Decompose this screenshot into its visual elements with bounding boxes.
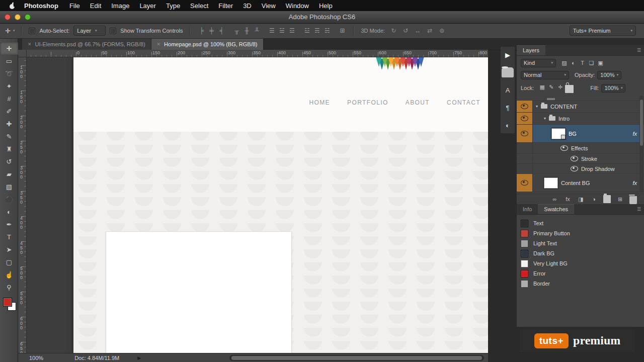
lasso-tool[interactable]: ➰ xyxy=(0,67,18,80)
move-tool[interactable]: ✛ xyxy=(0,42,18,55)
visibility-cell[interactable] xyxy=(517,154,533,163)
zoom-window-button[interactable] xyxy=(25,14,31,20)
adjustments-panel-icon[interactable]: ◐ xyxy=(502,120,514,130)
tab-layers[interactable]: Layers xyxy=(517,45,545,55)
gradient-tool[interactable]: ▧ xyxy=(0,180,18,193)
add-layer-mask-icon[interactable]: ◨ xyxy=(577,195,585,203)
scrollbar-thumb[interactable] xyxy=(231,356,482,360)
3d-drag-icon[interactable]: ↔ xyxy=(413,26,422,35)
menu-file[interactable]: File xyxy=(64,2,85,10)
close-window-button[interactable] xyxy=(5,14,11,20)
tab-swatches[interactable]: Swatches xyxy=(538,204,574,214)
layer-row-intro[interactable]: ▾Intro xyxy=(517,113,644,125)
tool-preset-arrow-icon[interactable]: ▾ xyxy=(13,29,15,33)
new-adjustment-layer-icon[interactable]: ◑ xyxy=(590,195,598,203)
eye-icon[interactable] xyxy=(521,116,528,121)
tab-close-icon[interactable]: ✕ xyxy=(157,42,161,47)
eye-icon[interactable] xyxy=(521,180,528,186)
history-brush-tool[interactable]: ↺ xyxy=(0,155,18,168)
hand-tool[interactable]: ☝ xyxy=(0,268,18,281)
3d-panel-icon[interactable] xyxy=(502,67,514,77)
3d-slide-icon[interactable]: ⇄ xyxy=(425,26,434,35)
status-flyout-arrow-icon[interactable]: ▶ xyxy=(137,355,141,360)
panel-menu-icon[interactable]: ☰ xyxy=(637,48,641,53)
document-viewport[interactable]: HOMEPORTFOLIOABOUTCONTACT xyxy=(26,57,488,353)
eye-icon[interactable] xyxy=(571,156,578,161)
visibility-cell[interactable] xyxy=(517,143,533,153)
distribute-left-icon[interactable]: ☳ xyxy=(302,26,311,35)
layer-thumbnail[interactable] xyxy=(544,177,558,189)
3d-roll-icon[interactable]: ↺ xyxy=(401,26,410,35)
eyedropper-tool[interactable]: ✐ xyxy=(0,105,18,118)
rectangle-tool[interactable]: ▢ xyxy=(0,256,18,268)
layer-row-drop-shadow[interactable]: Drop Shadow xyxy=(517,164,644,174)
swatch-color-chip[interactable] xyxy=(521,240,528,247)
swatch-color-chip[interactable] xyxy=(521,280,528,288)
layer-row-partial[interactable] xyxy=(517,96,644,101)
align-right-edges-icon[interactable]: ╡ xyxy=(217,26,226,35)
swatch-color-chip[interactable] xyxy=(521,270,528,278)
delete-layer-icon[interactable] xyxy=(629,196,637,204)
menu-type[interactable]: Type xyxy=(161,2,185,10)
link-layers-icon[interactable]: ∞ xyxy=(551,195,558,203)
window-title-bar[interactable]: Adobe Photoshop CS6 xyxy=(0,11,644,24)
distribute-horizontal-centers-icon[interactable]: ☴ xyxy=(312,26,321,35)
new-group-icon[interactable] xyxy=(603,195,611,203)
show-transform-checkbox[interactable] xyxy=(110,28,116,34)
swatch-color-chip[interactable] xyxy=(521,230,528,237)
menu-select[interactable]: Select xyxy=(185,2,213,10)
eye-icon[interactable] xyxy=(571,166,578,171)
canvas[interactable]: HOMEPORTFOLIOABOUTCONTACT xyxy=(73,57,488,353)
filter-pixel-layers-icon[interactable]: ▨ xyxy=(560,59,569,67)
apple-menu-icon[interactable] xyxy=(6,2,18,10)
menu-layer[interactable]: Layer xyxy=(134,2,161,10)
tool-preset-icon[interactable]: ✛ xyxy=(5,27,11,35)
layer-fx-badge[interactable]: fx xyxy=(632,131,637,137)
align-top-edges-icon[interactable]: ╥ xyxy=(232,26,241,35)
menu-window[interactable]: Window xyxy=(281,2,314,10)
swatch-dark-bg[interactable]: Dark BG xyxy=(517,248,644,258)
crop-tool[interactable]: # xyxy=(0,93,18,105)
path-selection-tool[interactable]: ➤ xyxy=(0,243,18,256)
document-tab[interactable]: ✕Homepage.psd @ 100% (BG, RGB/8) xyxy=(151,38,264,50)
eye-icon[interactable] xyxy=(521,131,528,136)
lock-paint-icon[interactable]: ✎ xyxy=(547,83,555,91)
menu-photoshop[interactable]: Photoshop xyxy=(18,2,64,10)
visibility-cell[interactable] xyxy=(517,164,533,173)
auto-align-layers-icon[interactable]: ⊞ xyxy=(338,26,347,35)
disclosure-triangle-icon[interactable]: ▾ xyxy=(536,104,538,109)
align-bottom-edges-icon[interactable]: ╨ xyxy=(252,26,261,35)
visibility-cell[interactable] xyxy=(517,101,533,112)
filter-smart-objects-icon[interactable]: ▣ xyxy=(596,59,605,67)
zoom-tool[interactable]: ⚲ xyxy=(0,281,18,294)
panel-menu-icon[interactable]: ☰ xyxy=(637,207,641,212)
layer-row-effects[interactable]: Effects xyxy=(517,143,644,154)
opacity-field[interactable]: 100% ▾ xyxy=(597,71,621,79)
lock-all-icon[interactable] xyxy=(565,85,574,93)
swatch-color-chip[interactable] xyxy=(521,220,528,227)
vertical-ruler[interactable]: 1 0 01 5 02 0 02 5 03 0 03 5 04 0 04 5 0… xyxy=(18,57,27,353)
swatch-color-chip[interactable] xyxy=(521,250,528,257)
auto-select-checkbox[interactable] xyxy=(29,28,35,34)
swatch-error[interactable]: Error xyxy=(517,268,644,279)
add-layer-style-icon[interactable]: fx xyxy=(564,195,572,203)
visibility-cell[interactable] xyxy=(517,125,533,142)
distribute-right-icon[interactable]: ☵ xyxy=(323,26,332,35)
fill-field[interactable]: 100% ▾ xyxy=(601,84,625,93)
quick-selection-tool[interactable]: ✦ xyxy=(0,80,18,93)
scrollbar-thumb[interactable] xyxy=(640,100,643,146)
swatch-primary-button[interactable]: Primary Button xyxy=(517,228,644,238)
swatch-light-text[interactable]: Light Text xyxy=(517,238,644,248)
swatch-very-light-bg[interactable]: Very Light BG xyxy=(517,258,644,268)
align-vertical-centers-icon[interactable]: ╫ xyxy=(242,26,251,35)
swatch-text[interactable]: Text xyxy=(517,218,644,228)
filter-shape-layers-icon[interactable]: ❏ xyxy=(587,59,596,67)
eye-icon[interactable] xyxy=(521,104,528,109)
zoom-level-field[interactable]: 100% xyxy=(29,355,43,361)
disclosure-triangle-icon[interactable]: ▾ xyxy=(544,116,546,121)
distribute-vertical-centers-icon[interactable]: ☱ xyxy=(277,26,286,35)
distribute-top-icon[interactable]: ☰ xyxy=(267,26,276,35)
eye-icon[interactable] xyxy=(560,145,568,151)
pen-tool[interactable]: ✒ xyxy=(0,218,18,231)
tab-close-icon[interactable]: ✕ xyxy=(28,42,32,47)
